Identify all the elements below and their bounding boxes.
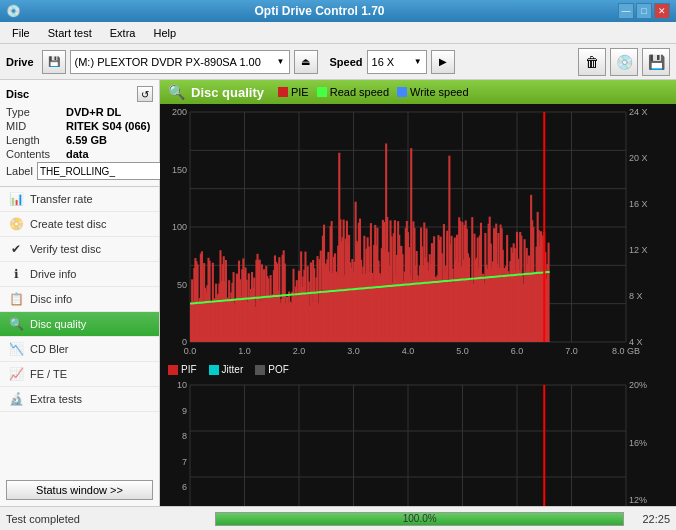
legend-jitter: Jitter <box>209 364 244 375</box>
window-title: Opti Drive Control 1.70 <box>21 4 618 18</box>
disc-mid-value: RITEK S04 (066) <box>66 120 150 132</box>
disc-mid-label: MID <box>6 120 66 132</box>
disc-length-row: Length 6.59 GB <box>6 134 153 146</box>
disc-mid-row: MID RITEK S04 (066) <box>6 120 153 132</box>
legend-write-speed-dot <box>397 87 407 97</box>
window-controls: — □ ✕ <box>618 3 670 19</box>
legend-jitter-label: Jitter <box>222 364 244 375</box>
title-bar-left: 💿 <box>6 4 21 18</box>
speed-label: Speed <box>330 56 363 68</box>
nav-label-disc-quality: Disc quality <box>30 318 86 330</box>
status-window-button[interactable]: Status window >> <box>6 480 153 500</box>
nav-icon-drive-info: ℹ <box>8 267 24 281</box>
menu-bar: File Start test Extra Help <box>0 22 676 44</box>
minimize-button[interactable]: — <box>618 3 634 19</box>
sidebar-item-drive-info[interactable]: ℹDrive info <box>0 262 159 287</box>
sidebar-item-fe-te[interactable]: 📈FE / TE <box>0 362 159 387</box>
speed-select[interactable]: 16 X ▼ <box>367 50 427 74</box>
legend-read-speed-dot <box>317 87 327 97</box>
nav-icon-disc-quality: 🔍 <box>8 317 24 331</box>
disc-label-row: Label ↺ <box>6 162 153 180</box>
legend-pof-label: POF <box>268 364 289 375</box>
charts-wrapper: PIF Jitter POF <box>160 104 676 506</box>
nav-label-cd-bler: CD Bler <box>30 343 69 355</box>
chart-legend: PIE Read speed Write speed <box>278 86 469 98</box>
progress-text: 100.0% <box>216 513 623 525</box>
nav-icon-verify-test-disc: ✔ <box>8 242 24 256</box>
disc-length-value: 6.59 GB <box>66 134 107 146</box>
nav-icon-extra-tests: 🔬 <box>8 392 24 406</box>
pif-jitter-chart <box>160 377 676 506</box>
drive-icon-btn: 💾 <box>42 50 66 74</box>
nav-label-extra-tests: Extra tests <box>30 393 82 405</box>
nav-label-disc-info: Disc info <box>30 293 72 305</box>
legend-pie-dot <box>278 87 288 97</box>
menu-file[interactable]: File <box>4 25 38 41</box>
sidebar: Disc ↺ Type DVD+R DL MID RITEK S04 (066)… <box>0 80 160 506</box>
disc-contents-label: Contents <box>6 148 66 160</box>
content-header: 🔍 Disc quality PIE Read speed Write spee… <box>160 80 676 104</box>
disc-type-label: Type <box>6 106 66 118</box>
disc-label-input[interactable] <box>37 162 170 180</box>
disc-type-row: Type DVD+R DL <box>6 106 153 118</box>
title-bar: 💿 Opti Drive Control 1.70 — □ ✕ <box>0 0 676 22</box>
status-bar: Test completed 100.0% 22:25 <box>0 506 676 530</box>
disc-contents-row: Contents data <box>6 148 153 160</box>
menu-start-test[interactable]: Start test <box>40 25 100 41</box>
legend-pof-dot <box>255 365 265 375</box>
nav-label-fe-te: FE / TE <box>30 368 67 380</box>
content-area: 🔍 Disc quality PIE Read speed Write spee… <box>160 80 676 506</box>
legend-read-speed: Read speed <box>317 86 389 98</box>
sidebar-item-disc-quality[interactable]: 🔍Disc quality <box>0 312 159 337</box>
drive-icon: 💾 <box>48 56 60 67</box>
drive-label: Drive <box>6 56 34 68</box>
legend-pie-label: PIE <box>291 86 309 98</box>
disc-type-value: DVD+R DL <box>66 106 121 118</box>
legend-write-speed-label: Write speed <box>410 86 469 98</box>
nav-icon-cd-bler: 📉 <box>8 342 24 356</box>
nav-icon-fe-te: 📈 <box>8 367 24 381</box>
sidebar-item-disc-info[interactable]: 📋Disc info <box>0 287 159 312</box>
nav-icon-disc-info: 📋 <box>8 292 24 306</box>
main-area: Disc ↺ Type DVD+R DL MID RITEK S04 (066)… <box>0 80 676 506</box>
speed-arrow-button[interactable]: ▶ <box>431 50 455 74</box>
sidebar-item-create-test-disc[interactable]: 📀Create test disc <box>0 212 159 237</box>
disc-refresh-button[interactable]: ↺ <box>137 86 153 102</box>
toolbar: Drive 💾 (M:) PLEXTOR DVDR PX-890SA 1.00 … <box>0 44 676 80</box>
nav-label-drive-info: Drive info <box>30 268 76 280</box>
sidebar-item-transfer-rate[interactable]: 📊Transfer rate <box>0 187 159 212</box>
nav-label-verify-test-disc: Verify test disc <box>30 243 101 255</box>
menu-help[interactable]: Help <box>145 25 184 41</box>
speed-value: 16 X <box>372 56 414 68</box>
sidebar-item-cd-bler[interactable]: 📉CD Bler <box>0 337 159 362</box>
disc-panel: Disc ↺ Type DVD+R DL MID RITEK S04 (066)… <box>0 80 159 187</box>
menu-extra[interactable]: Extra <box>102 25 144 41</box>
eject-button[interactable]: ⏏ <box>294 50 318 74</box>
chevron-down-icon: ▼ <box>277 57 285 66</box>
disc-erase-button[interactable]: 🗑 <box>578 48 606 76</box>
legend-write-speed: Write speed <box>397 86 469 98</box>
disc-header: Disc ↺ <box>6 86 153 102</box>
app-icon: 💿 <box>6 4 21 18</box>
legend-jitter-dot <box>209 365 219 375</box>
save-button[interactable]: 💾 <box>642 48 670 76</box>
nav-icon-transfer-rate: 📊 <box>8 192 24 206</box>
pie-chart <box>160 104 676 362</box>
close-button[interactable]: ✕ <box>654 3 670 19</box>
status-text: Test completed <box>6 513 209 525</box>
disc-length-label: Length <box>6 134 66 146</box>
nav-label-transfer-rate: Transfer rate <box>30 193 93 205</box>
legend-pof: POF <box>255 364 289 375</box>
progress-bar: 100.0% <box>215 512 624 526</box>
disc-contents-value: data <box>66 148 89 160</box>
maximize-button[interactable]: □ <box>636 3 652 19</box>
drive-select[interactable]: (M:) PLEXTOR DVDR PX-890SA 1.00 ▼ <box>70 50 290 74</box>
sidebar-item-verify-test-disc[interactable]: ✔Verify test disc <box>0 237 159 262</box>
disc-title: Disc <box>6 88 29 100</box>
disc-quality-icon: 🔍 <box>168 84 185 100</box>
legend-pif-label: PIF <box>181 364 197 375</box>
legend-read-speed-label: Read speed <box>330 86 389 98</box>
sidebar-item-extra-tests[interactable]: 🔬Extra tests <box>0 387 159 412</box>
legend-pif: PIF <box>168 364 197 375</box>
disc-burn-button[interactable]: 💿 <box>610 48 638 76</box>
